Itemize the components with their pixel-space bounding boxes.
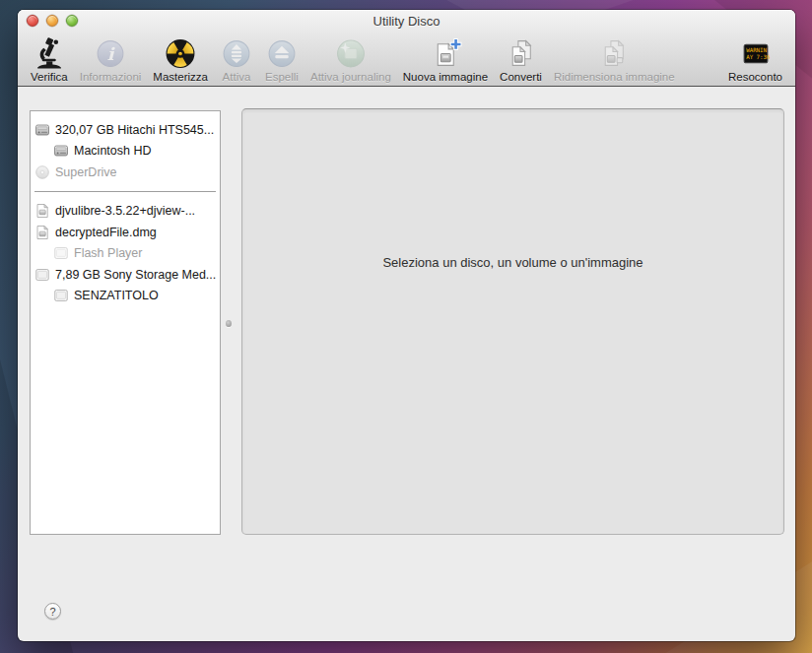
external-volume-icon bbox=[53, 288, 69, 303]
toolbar-button-label: Espelli bbox=[265, 71, 299, 83]
sidebar-item-label: Macintosh HD bbox=[74, 144, 152, 158]
window-header: Utility Disco Verifica Informazioni Mast… bbox=[18, 10, 795, 87]
resize-image-icon bbox=[597, 37, 631, 70]
close-button[interactable] bbox=[27, 15, 38, 27]
disk-utility-window: Utility Disco Verifica Informazioni Mast… bbox=[18, 10, 795, 641]
external-disk-icon bbox=[34, 267, 50, 283]
toolbar-button-label: Ridimensiona immagine bbox=[554, 71, 675, 83]
toolbar-button-label: Verifica bbox=[31, 71, 68, 83]
toolbar-button-attiva-journaling: Attiva journaling bbox=[310, 37, 391, 83]
optical-drive-icon bbox=[34, 164, 50, 180]
convert-icon bbox=[505, 37, 538, 70]
sidebar-item-macintosh-hd[interactable]: Macintosh HD bbox=[31, 141, 220, 163]
toolbar-button-nuova-immagine[interactable]: Nuova immagine bbox=[403, 37, 488, 83]
sidebar-item-label: 320,07 GB Hitachi HTS545... bbox=[55, 123, 214, 137]
titlebar[interactable]: Utility Disco bbox=[18, 10, 795, 32]
sidebar-item-label: 7,89 GB Sony Storage Med... bbox=[55, 268, 216, 282]
toolbar-button-verifica[interactable]: Verifica bbox=[31, 37, 68, 83]
toolbar-button-label: Informazioni bbox=[80, 71, 142, 83]
sidebar-item-label: Flash Player bbox=[74, 246, 142, 260]
external-volume-icon bbox=[53, 245, 69, 261]
toolbar: Verifica Informazioni Masterizza Attiva … bbox=[18, 32, 795, 86]
splitter-grip[interactable] bbox=[226, 320, 232, 327]
sidebar-item-7-89-gb-sony-storage-med[interactable]: 7,89 GB Sony Storage Med... bbox=[31, 264, 220, 286]
help-button[interactable]: ? bbox=[44, 603, 61, 620]
toolbar-button-label: Attiva journaling bbox=[310, 71, 391, 83]
disk-image-icon bbox=[34, 203, 50, 219]
burn-icon bbox=[164, 37, 197, 70]
sidebar-item-superdrive[interactable]: SuperDrive bbox=[31, 162, 220, 183]
toolbar-button-label: Attiva bbox=[223, 71, 251, 83]
journaling-icon bbox=[334, 37, 368, 70]
desktop-background: { "window": { "title": "Utility Disco" }… bbox=[0, 0, 812, 653]
sidebar-item-label: decryptedFile.dmg bbox=[55, 226, 157, 239]
sidebar-item-flash-player[interactable]: Flash Player bbox=[31, 243, 220, 265]
sidebar-item-senzatitolo[interactable]: SENZATITOLO bbox=[31, 286, 220, 307]
mount-icon bbox=[220, 37, 253, 70]
info-icon bbox=[94, 37, 127, 70]
placeholder-text: Seleziona un disco, un volume o un'immag… bbox=[242, 109, 783, 270]
sidebar-separator bbox=[34, 191, 216, 192]
sidebar-item-label: SENZATITOLO bbox=[74, 289, 159, 302]
log-icon bbox=[739, 37, 773, 70]
window-title: Utility Disco bbox=[373, 14, 440, 29]
zoom-button[interactable] bbox=[66, 15, 78, 27]
toolbar-button-ridimensiona-immagine: Ridimensiona immagine bbox=[554, 37, 675, 83]
microscope-icon bbox=[33, 37, 66, 70]
sidebar-item-320-07-gb-hitachi-hts545[interactable]: 320,07 GB Hitachi HTS545... bbox=[31, 119, 220, 141]
toolbar-button-label: Masterizza bbox=[153, 71, 208, 83]
main-panel: Seleziona un disco, un volume o un'immag… bbox=[241, 108, 784, 535]
toolbar-button-informazioni: Informazioni bbox=[80, 37, 142, 83]
toolbar-button-label: Converti bbox=[500, 71, 542, 83]
volume-icon bbox=[53, 143, 69, 159]
toolbar-button-label: Resoconto bbox=[728, 71, 782, 83]
disk-image-icon bbox=[34, 225, 50, 240]
toolbar-button-attiva: Attiva bbox=[220, 37, 253, 83]
toolbar-button-espelli: Espelli bbox=[265, 37, 299, 83]
eject-icon bbox=[265, 37, 299, 70]
sidebar-item-label: djvulibre-3.5.22+djview-... bbox=[55, 204, 195, 218]
minimize-button[interactable] bbox=[46, 15, 58, 27]
toolbar-button-masterizza[interactable]: Masterizza bbox=[153, 37, 208, 83]
toolbar-button-converti[interactable]: Converti bbox=[500, 37, 542, 83]
sidebar-item-djvulibre-3-5-22-djview[interactable]: djvulibre-3.5.22+djview-... bbox=[31, 201, 220, 223]
internal-disk-icon bbox=[34, 122, 50, 138]
new-image-icon bbox=[429, 37, 462, 70]
window-controls bbox=[27, 15, 78, 27]
sidebar-list: 320,07 GB Hitachi HTS545... Macintosh HD… bbox=[30, 110, 221, 535]
toolbar-button-resoconto[interactable]: Resoconto bbox=[728, 37, 782, 83]
sidebar-item-decryptedfile-dmg[interactable]: decryptedFile.dmg bbox=[31, 222, 220, 243]
toolbar-button-label: Nuova immagine bbox=[403, 71, 488, 83]
sidebar-item-label: SuperDrive bbox=[55, 165, 117, 179]
